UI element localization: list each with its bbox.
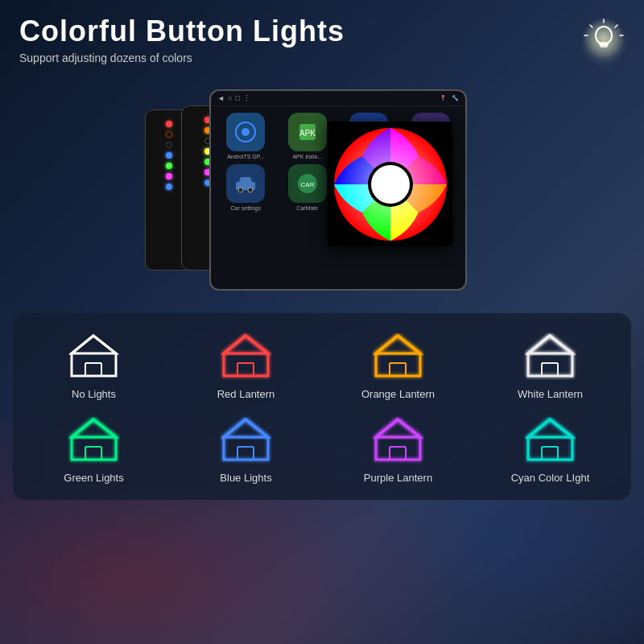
device-area: MIC MIC xyxy=(0,73,644,307)
svg-point-18 xyxy=(238,188,243,192)
svg-marker-31 xyxy=(72,336,116,353)
page-title: Colorful Button Lights xyxy=(19,14,345,48)
no-lights-icon xyxy=(68,329,120,382)
svg-marker-41 xyxy=(376,336,420,353)
light-option-white-lantern[interactable]: White Lantern xyxy=(477,329,623,400)
svg-marker-61 xyxy=(376,419,420,437)
svg-marker-66 xyxy=(528,419,572,437)
tablet-main: ◄ ○ □ ⋮ 📍 🔧 AndroiTS GP... xyxy=(209,89,467,291)
page-subtitle: Support adjusting dozens of colors xyxy=(19,52,345,64)
light-option-no-lights[interactable]: No Lights xyxy=(21,329,167,400)
svg-marker-40 xyxy=(376,336,420,376)
app-androidts[interactable]: AndroiTS GP... xyxy=(217,113,275,159)
svg-marker-55 xyxy=(224,419,268,460)
svg-marker-51 xyxy=(72,419,116,437)
blue-lights-icon xyxy=(220,413,272,465)
svg-point-10 xyxy=(242,128,250,136)
svg-marker-17 xyxy=(239,177,252,182)
svg-marker-36 xyxy=(224,336,268,353)
orange-lantern-label: Orange Lantern xyxy=(361,388,435,400)
blue-lights-label: Blue Lights xyxy=(220,472,271,484)
light-option-purple-lantern[interactable]: Purple Lantern xyxy=(325,413,471,484)
purple-lantern-label: Purple Lantern xyxy=(364,472,432,484)
no-lights-label: No Lights xyxy=(72,388,116,400)
cyan-color-light-icon xyxy=(524,413,576,465)
light-option-blue-lights[interactable]: Blue Lights xyxy=(173,413,319,484)
cyan-color-light-label: Cyan Color LIght xyxy=(511,472,590,484)
svg-rect-3 xyxy=(601,45,607,47)
light-option-cyan-color-light[interactable]: Cyan Color LIght xyxy=(477,413,623,484)
svg-marker-65 xyxy=(528,419,572,460)
orange-lantern-icon xyxy=(372,329,424,382)
red-lantern-label: Red Lantern xyxy=(217,388,275,400)
purple-lantern-icon xyxy=(372,413,424,465)
light-option-orange-lantern[interactable]: Orange Lantern xyxy=(325,329,471,400)
svg-point-0 xyxy=(583,18,625,60)
svg-marker-46 xyxy=(528,336,572,353)
svg-point-19 xyxy=(248,188,253,192)
white-lantern-icon xyxy=(524,329,576,382)
light-options-grid: No Lights Red Lantern Orange L xyxy=(21,329,623,484)
header: Colorful Button Lights Support adjusting… xyxy=(0,0,644,73)
svg-point-29 xyxy=(371,165,410,204)
bulb-icon xyxy=(583,18,625,67)
green-lights-icon xyxy=(68,413,120,465)
svg-rect-2 xyxy=(600,43,608,45)
light-option-red-lantern[interactable]: Red Lantern xyxy=(173,329,319,400)
svg-point-1 xyxy=(596,27,612,44)
color-wheel-svg xyxy=(330,124,451,245)
svg-marker-56 xyxy=(224,419,268,437)
light-option-green-lights[interactable]: Green Lights xyxy=(21,413,167,484)
svg-text:CAR: CAR xyxy=(300,181,314,188)
svg-line-6 xyxy=(590,25,592,27)
app-car-settings[interactable]: Car settings xyxy=(217,164,275,211)
green-lights-label: Green Lights xyxy=(64,472,123,484)
svg-text:APK: APK xyxy=(299,129,316,138)
white-lantern-label: White Lantern xyxy=(518,388,583,400)
red-lantern-icon xyxy=(220,329,272,382)
svg-marker-35 xyxy=(224,336,268,376)
options-panel: No Lights Red Lantern Orange L xyxy=(13,313,631,500)
svg-marker-60 xyxy=(376,419,420,460)
svg-marker-45 xyxy=(528,336,572,376)
svg-line-5 xyxy=(615,25,617,27)
tablets-container: MIC MIC xyxy=(145,85,483,295)
header-text: Colorful Button Lights Support adjusting… xyxy=(19,14,345,64)
svg-marker-30 xyxy=(72,336,116,376)
svg-marker-50 xyxy=(72,419,116,460)
color-wheel-overlay[interactable] xyxy=(328,122,452,246)
